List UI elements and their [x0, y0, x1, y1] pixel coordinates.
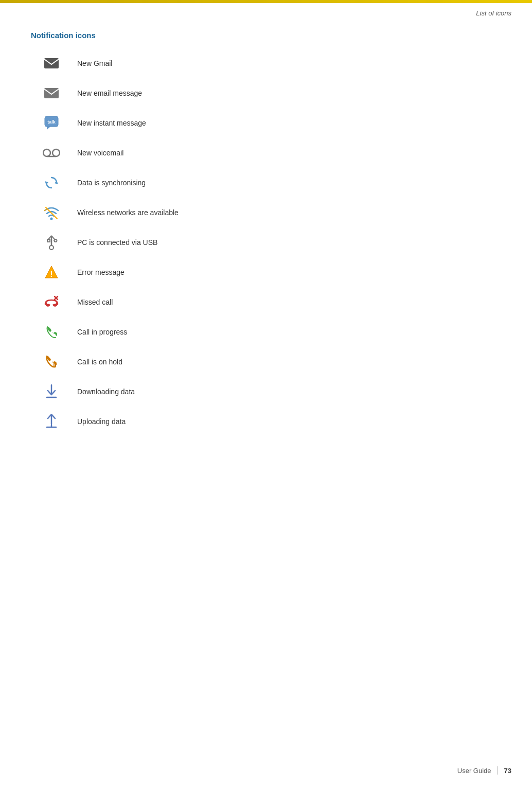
new-gmail-icon — [31, 58, 72, 69]
downloading-data-label: Downloading data — [77, 388, 135, 396]
downloading-data-icon — [31, 384, 72, 399]
wireless-networks-icon — [31, 205, 72, 220]
list-item: New Gmail — [31, 54, 501, 73]
list-item: Call in progress — [31, 323, 501, 341]
missed-call-label: Missed call — [77, 298, 113, 306]
data-synchronising-label: Data is synchronising — [77, 179, 146, 187]
svg-point-16 — [55, 239, 57, 242]
call-in-progress-label: Call in progress — [77, 328, 127, 336]
svg-point-6 — [52, 149, 60, 156]
uploading-data-label: Uploading data — [77, 417, 126, 426]
list-item: Data is synchronising — [31, 173, 501, 192]
svg-text:!: ! — [50, 270, 52, 278]
new-instant-message-label: New instant message — [77, 119, 146, 127]
list-item: Wireless networks are available — [31, 203, 501, 222]
svg-point-18 — [49, 245, 54, 250]
footer-page-number: 73 — [504, 767, 511, 775]
svg-point-5 — [43, 149, 50, 156]
new-instant-message-icon: talk — [31, 115, 72, 131]
list-item: PC is connected via USB — [31, 233, 501, 252]
top-bar — [0, 0, 532, 3]
list-item: ! Error message — [31, 263, 501, 282]
new-gmail-label: New Gmail — [77, 59, 112, 67]
list-item: New email message — [31, 84, 501, 102]
new-email-icon — [31, 87, 72, 99]
svg-marker-3 — [47, 127, 50, 130]
svg-point-10 — [50, 218, 53, 220]
svg-text:talk: talk — [47, 119, 56, 125]
section-title: Notification icons — [31, 31, 501, 40]
content-area: Notification icons New Gmail New email m… — [31, 31, 501, 442]
icon-list: New Gmail New email message talk New i — [31, 54, 501, 431]
svg-rect-1 — [44, 88, 59, 98]
footer-label: User Guide — [457, 767, 491, 775]
call-on-hold-icon — [31, 354, 72, 370]
uploading-data-icon — [31, 414, 72, 429]
new-email-label: New email message — [77, 89, 142, 97]
list-item: Missed call — [31, 293, 501, 311]
error-message-icon: ! — [31, 265, 72, 279]
new-voicemail-label: New voicemail — [77, 149, 123, 157]
list-item: Uploading data — [31, 412, 501, 431]
new-voicemail-icon — [31, 148, 72, 158]
list-item: New voicemail — [31, 144, 501, 162]
svg-rect-15 — [47, 239, 50, 242]
svg-marker-9 — [45, 181, 48, 185]
usb-connected-label: PC is connected via USB — [77, 238, 157, 247]
list-item: talk New instant message — [31, 114, 501, 132]
data-synchronising-icon — [31, 175, 72, 190]
list-item: Call is on hold — [31, 353, 501, 371]
wireless-networks-label: Wireless networks are available — [77, 208, 179, 217]
call-in-progress-icon — [31, 325, 72, 339]
usb-connected-icon — [31, 235, 72, 250]
svg-rect-0 — [44, 58, 59, 68]
error-message-label: Error message — [77, 268, 125, 276]
list-item: Downloading data — [31, 382, 501, 401]
page-title: List of icons — [476, 9, 511, 17]
call-on-hold-label: Call is on hold — [77, 358, 122, 366]
svg-marker-8 — [55, 181, 58, 184]
missed-call-icon — [31, 295, 72, 309]
footer: User Guide 73 — [457, 766, 511, 775]
footer-divider — [498, 766, 498, 775]
